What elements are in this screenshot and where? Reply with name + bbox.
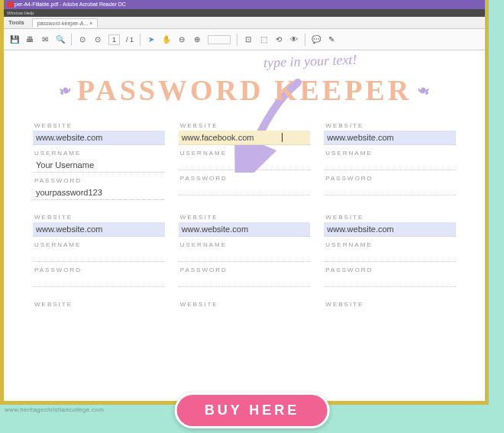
buy-here-button[interactable]: BUY HERE: [175, 393, 330, 428]
password-field[interactable]: [179, 275, 311, 287]
website-label: WEBSITE: [179, 299, 311, 309]
password-field[interactable]: [324, 275, 456, 287]
hint-text: type in your text!: [263, 52, 357, 71]
website-field[interactable]: www.website.com: [324, 131, 456, 145]
toolbar-divider: [305, 34, 305, 46]
toolbar-divider: [140, 34, 141, 46]
page-down-icon[interactable]: ⊙: [93, 35, 102, 44]
password-field[interactable]: [33, 275, 165, 287]
website-label: WEBSITE: [324, 212, 456, 222]
tab-row: Tools password-keeper-A... ×: [4, 17, 485, 29]
toolbar-divider: [71, 34, 72, 46]
menu-bar[interactable]: Window Help: [4, 9, 485, 17]
username-label: USERNAME: [324, 148, 456, 158]
view-icon[interactable]: 👁: [289, 35, 299, 44]
username-field[interactable]: [324, 250, 456, 262]
website-field[interactable]: www.website.com: [179, 222, 311, 237]
password-label: PASSWORD: [324, 173, 456, 183]
zoom-field[interactable]: [208, 35, 231, 44]
password-cell: WEBSITE www.facebook.com USERNAME PASSWO…: [179, 121, 311, 203]
website-field[interactable]: www.website.com: [33, 131, 165, 145]
username-field[interactable]: [179, 158, 311, 170]
password-grid: WEBSITE www.website.com USERNAME Your Us…: [4, 107, 485, 309]
username-label: USERNAME: [179, 148, 311, 158]
document-tab[interactable]: password-keeper-A... ×: [32, 18, 99, 27]
password-cell: WEBSITE www.website.com USERNAME PASSWOR…: [324, 121, 456, 203]
tools-button[interactable]: Tools: [4, 19, 29, 26]
fit-width-icon[interactable]: ⊡: [244, 35, 253, 44]
zoom-out-icon[interactable]: ⊖: [177, 35, 186, 44]
page-total: / 1: [126, 36, 134, 44]
username-label: USERNAME: [179, 240, 311, 250]
comment-icon[interactable]: 💬: [312, 35, 321, 44]
password-field[interactable]: [324, 183, 456, 195]
website-label: WEBSITE: [33, 121, 165, 131]
website-label: WEBSITE: [33, 299, 165, 309]
website-label: WEBSITE: [179, 121, 311, 131]
password-cell: WEBSITE www.website.com USERNAME PASSWOR…: [33, 212, 165, 290]
password-cell: WEBSITE: [179, 299, 311, 309]
username-label: USERNAME: [33, 148, 165, 158]
password-label: PASSWORD: [33, 176, 165, 186]
password-field[interactable]: [179, 183, 311, 195]
hand-icon[interactable]: ✋: [162, 35, 171, 44]
search-icon[interactable]: 🔍: [56, 35, 65, 44]
password-label: PASSWORD: [179, 265, 311, 275]
page-up-icon[interactable]: ⊙: [78, 35, 87, 44]
rotate-icon[interactable]: ⟲: [274, 35, 283, 44]
window-title: per-A4-Fillable.pdf - Adobe Acrobat Read…: [15, 0, 126, 9]
password-cell: WEBSITE www.website.com USERNAME Your Us…: [33, 121, 165, 203]
username-label: USERNAME: [324, 240, 456, 250]
username-field[interactable]: [179, 250, 311, 262]
website-field[interactable]: www.website.com: [324, 222, 456, 237]
password-field[interactable]: yourpassword123: [33, 186, 165, 200]
window-titlebar: per-A4-Fillable.pdf - Adobe Acrobat Read…: [4, 0, 485, 9]
username-label: USERNAME: [33, 240, 165, 250]
pointer-icon[interactable]: ➤: [147, 35, 156, 44]
watermark-text: www.heritagechristiancollege.com: [5, 406, 104, 413]
website-label: WEBSITE: [179, 212, 311, 222]
password-label: PASSWORD: [179, 173, 311, 183]
website-field[interactable]: www.facebook.com: [179, 131, 311, 145]
username-field[interactable]: Your Username: [33, 158, 165, 173]
sign-icon[interactable]: ✎: [327, 35, 336, 44]
page-current[interactable]: 1: [108, 34, 120, 45]
mail-icon[interactable]: ✉: [40, 35, 50, 44]
toolbar-divider: [237, 34, 237, 46]
website-field[interactable]: www.website.com: [33, 222, 165, 237]
print-icon[interactable]: 🖶: [25, 35, 34, 44]
website-label: WEBSITE: [324, 299, 456, 309]
save-icon[interactable]: 💾: [10, 35, 19, 44]
password-cell: WEBSITE www.website.com USERNAME PASSWOR…: [179, 212, 311, 290]
password-cell: WEBSITE www.website.com USERNAME PASSWOR…: [324, 212, 456, 290]
acrobat-logo-icon: [7, 2, 13, 8]
app-window: per-A4-Fillable.pdf - Adobe Acrobat Read…: [0, 0, 489, 405]
password-cell: WEBSITE: [324, 299, 456, 309]
zoom-in-icon[interactable]: ⊕: [192, 35, 202, 44]
toolbar: 💾 🖶 ✉ 🔍 ⊙ ⊙ 1 / 1 ➤ ✋ ⊖ ⊕ ⊡ ⬚ ⟲ 👁 💬 ✎: [4, 29, 485, 50]
username-field[interactable]: [33, 250, 165, 262]
document-title: PASSWORD KEEPER: [4, 73, 485, 107]
menu-items[interactable]: Window Help: [7, 11, 34, 15]
document-area: type in your text! PASSWORD KEEPER WEBSI…: [4, 50, 485, 401]
password-label: PASSWORD: [33, 265, 165, 275]
fit-page-icon[interactable]: ⬚: [259, 35, 268, 44]
password-cell: WEBSITE: [33, 299, 165, 309]
website-label: WEBSITE: [324, 121, 456, 131]
website-label: WEBSITE: [33, 212, 165, 222]
password-label: PASSWORD: [324, 265, 456, 275]
username-field[interactable]: [324, 158, 456, 170]
